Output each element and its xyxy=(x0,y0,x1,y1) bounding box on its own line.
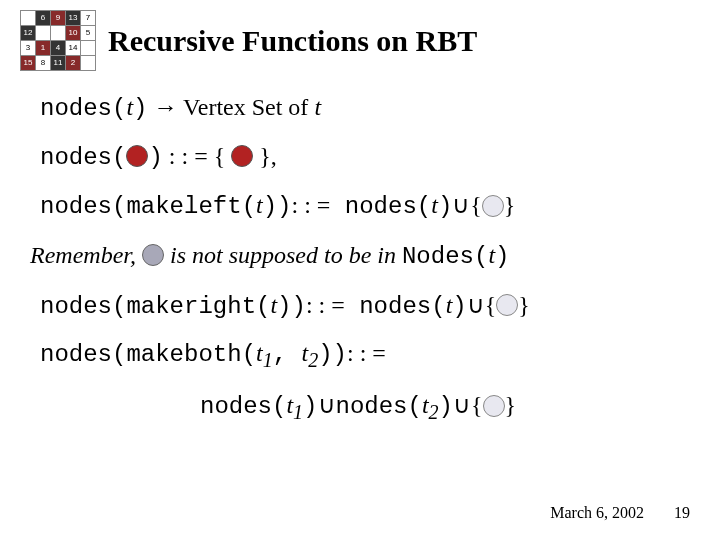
def-line-5: nodes(makeright(t)): : = nodes(t)∪{} xyxy=(40,288,690,324)
def-line-2: nodes() : : = { }, xyxy=(40,140,690,175)
def-line-3: nodes(makeleft(t)): : = nodes(t)∪{} xyxy=(40,188,690,224)
def-line-1: nodes(t) → Vertex Set of t xyxy=(40,91,690,126)
def-line-6: nodes(makeboth(t1, t2)): : = xyxy=(40,337,690,374)
header: 69137 12105 31414 158112 Recursive Funct… xyxy=(20,10,690,71)
red-node-icon xyxy=(126,145,148,167)
remember-note: Remember, is not supposed to be in Nodes… xyxy=(30,242,690,270)
light-node-icon xyxy=(482,195,504,217)
light-node-icon xyxy=(496,294,518,316)
footer: March 6, 2002 19 xyxy=(550,504,690,522)
def-line-7: nodes(t1)∪nodes(t2)∪{} xyxy=(200,388,690,426)
number-grid-icon: 69137 12105 31414 158112 xyxy=(20,10,96,71)
page-number: 19 xyxy=(674,504,690,522)
slide: 69137 12105 31414 158112 Recursive Funct… xyxy=(0,0,720,450)
grey-node-icon xyxy=(142,244,164,266)
light-node-icon xyxy=(483,395,505,417)
slide-title: Recursive Functions on RBT xyxy=(108,24,477,58)
footer-date: March 6, 2002 xyxy=(550,504,644,522)
red-node-icon xyxy=(231,145,253,167)
